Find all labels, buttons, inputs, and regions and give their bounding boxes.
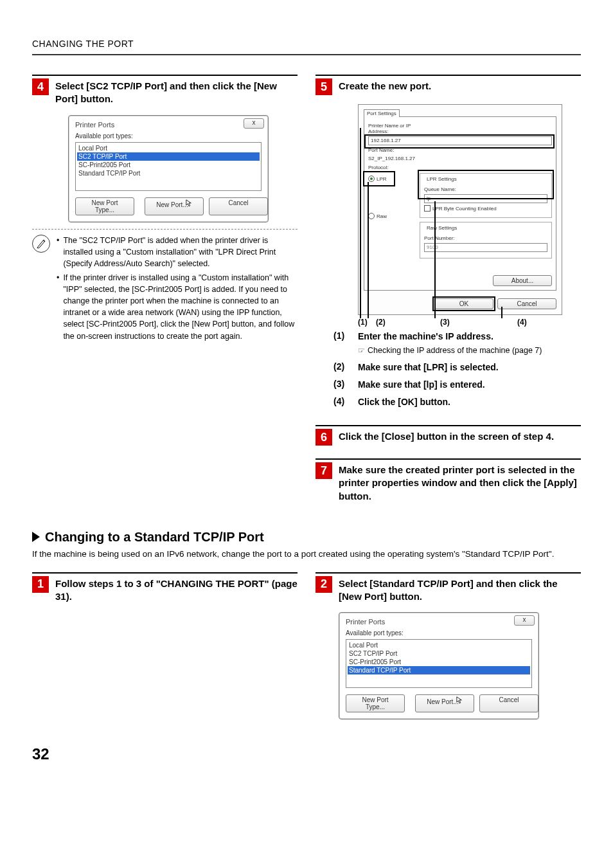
substep-3-num: (3) (333, 379, 351, 391)
step-5: 5 Create the new port. (315, 75, 581, 95)
dialog-title: Printer Ports (75, 121, 262, 129)
callout-line (368, 182, 369, 318)
callout-line (501, 307, 502, 318)
list-item[interactable]: SC-Print2005 Port (348, 658, 530, 666)
pointer-icon: ☞ (358, 345, 365, 356)
new-port-type-button[interactable]: New Port Type... (346, 694, 405, 712)
callout-num-2: (2) (376, 318, 440, 327)
step-2b-text: Select [Standard TCP/IP Port] and then c… (339, 577, 581, 604)
available-port-types-label: Available port types: (346, 629, 532, 637)
callout-num-1: (1) (358, 318, 373, 327)
note-item-1: • The "SC2 TCP/IP Port" is added when th… (57, 235, 298, 269)
substep-2-text: Make sure that [LPR] is selected. (358, 361, 499, 374)
about-button[interactable]: About... (493, 275, 552, 286)
cancel-button[interactable]: Cancel (479, 694, 538, 712)
cancel-button[interactable]: Cancel (497, 298, 556, 309)
callout-line (434, 201, 436, 318)
substep-2-num: (2) (333, 361, 351, 374)
step-2b-number: 2 (315, 576, 332, 593)
substep-2: (2) Make sure that [LPR] is selected. (333, 361, 581, 374)
port-number-label: Port Number: (424, 235, 455, 241)
port-settings-tab[interactable]: Port Settings (364, 109, 400, 117)
list-item[interactable]: Local Port (77, 144, 260, 152)
step-7-text: Make sure the created printer port is se… (339, 464, 581, 503)
triangle-icon (32, 532, 40, 542)
close-icon[interactable]: x (244, 118, 264, 129)
note-item-2: • If the printer driver is installed usi… (57, 272, 298, 342)
port-name-value: S2_IP_192.168.1.27 (368, 155, 552, 163)
new-port-button-label: New Port... (156, 201, 188, 208)
bullet-icon: • (57, 235, 59, 269)
section-paragraph: If the machine is being used on an IPv6 … (32, 548, 581, 561)
raw-settings-group-label: Raw Settings (425, 225, 458, 231)
substep-1: (1) Enter the machine's IP address. ☞Che… (333, 330, 581, 356)
port-type-listbox[interactable]: Local Port SC2 TCP/IP Port SC-Print2005 … (75, 142, 262, 191)
substep-1-text: Enter the machine's IP address. (358, 330, 542, 343)
callout-numbers-row: (1) (2) (3) (4) (358, 318, 551, 327)
new-port-button-label: New Port... (427, 698, 458, 705)
port-settings-dialog: Port Settings Printer Name or IP Address… (358, 104, 562, 315)
step-2b: 2 Select [Standard TCP/IP Port] and then… (315, 572, 581, 604)
note-text-1: The "SC2 TCP/IP Port" is added when the … (63, 235, 298, 269)
note-text-2: If the printer driver is installed using… (63, 272, 298, 342)
substep-1-sub: Checking the IP address of the machine (… (368, 346, 542, 355)
callout-num-3: (3) (440, 318, 517, 327)
callout-num-4: (4) (517, 318, 527, 327)
cancel-button[interactable]: Cancel (209, 197, 268, 215)
step-4: 4 Select [SC2 TCP/IP Port] and then clic… (32, 75, 298, 106)
section-heading: Changing to a Standard TCP/IP Port (32, 530, 581, 545)
note-icon (32, 235, 50, 253)
page-number: 32 (32, 745, 581, 763)
substep-3-text: Make sure that [lp] is entered. (358, 379, 485, 391)
new-port-type-button[interactable]: New Port Type... (75, 197, 134, 215)
list-item[interactable]: SC2 TCP/IP Port (348, 649, 530, 658)
raw-radio-label: Raw (377, 213, 387, 219)
list-item[interactable]: Standard TCP/IP Port (77, 169, 260, 177)
step-5-number: 5 (315, 78, 332, 95)
new-port-button[interactable]: New Port... (415, 694, 474, 712)
port-type-listbox[interactable]: Local Port SC2 TCP/IP Port SC-Print2005 … (346, 639, 532, 688)
header-rule (32, 54, 581, 55)
step-4-text: Select [SC2 TCP/IP Port] and then click … (55, 80, 298, 106)
callout-frame-1 (364, 134, 555, 149)
substep-3: (3) Make sure that [lp] is entered. (333, 379, 581, 391)
ip-address-label: Printer Name or IP Address: (368, 123, 426, 134)
dialog-title: Printer Ports (346, 618, 532, 626)
page-header-title: CHANGING THE PORT (32, 39, 581, 49)
dashed-divider (32, 229, 298, 230)
step-1b: 1 Follow steps 1 to 3 of "CHANGING THE P… (32, 572, 298, 604)
printer-ports-dialog-2: x Printer Ports Available port types: Lo… (339, 612, 539, 719)
close-icon[interactable]: x (514, 615, 535, 626)
substep-1-num: (1) (333, 330, 351, 356)
list-item[interactable]: SC-Print2005 Port (77, 161, 260, 169)
substep-4-num: (4) (333, 396, 351, 408)
list-item[interactable]: SC2 TCP/IP Port (77, 152, 260, 161)
callout-frame-3 (418, 170, 554, 199)
available-port-types-label: Available port types: (75, 132, 262, 140)
callout-frame-4 (432, 296, 495, 311)
bullet-icon: • (57, 272, 59, 342)
step-6: 6 Click the [Close] button in the screen… (315, 425, 581, 446)
section-heading-text: Changing to a Standard TCP/IP Port (45, 530, 264, 545)
cursor-icon (456, 696, 463, 704)
list-item[interactable]: Standard TCP/IP Port (348, 666, 530, 674)
printer-ports-dialog-1: x Printer Ports Available port types: Lo… (68, 115, 269, 222)
raw-radio[interactable]: Raw (368, 213, 387, 219)
step-5-text: Create the new port. (339, 80, 431, 93)
port-number-input: 9100 (424, 243, 547, 252)
cursor-icon (186, 199, 192, 207)
step-6-number: 6 (315, 429, 332, 446)
ok-button[interactable]: OK (434, 298, 493, 309)
step-4-number: 4 (32, 78, 49, 95)
step-1b-number: 1 (32, 576, 49, 593)
list-item[interactable]: Local Port (348, 641, 530, 649)
callout-line (360, 128, 361, 318)
step-6-text: Click the [Close] button in the screen o… (339, 430, 554, 443)
new-port-button[interactable]: New Port... (145, 197, 204, 215)
substep-4: (4) Click the [OK] button. (333, 396, 581, 408)
step-1b-text: Follow steps 1 to 3 of "CHANGING THE POR… (55, 577, 298, 604)
step-7: 7 Make sure the created printer port is … (315, 458, 581, 503)
substep-4-text: Click the [OK] button. (358, 396, 450, 408)
step-7-number: 7 (315, 462, 332, 479)
byte-counting-label: LPR Byte Counting Enabled (432, 206, 497, 212)
